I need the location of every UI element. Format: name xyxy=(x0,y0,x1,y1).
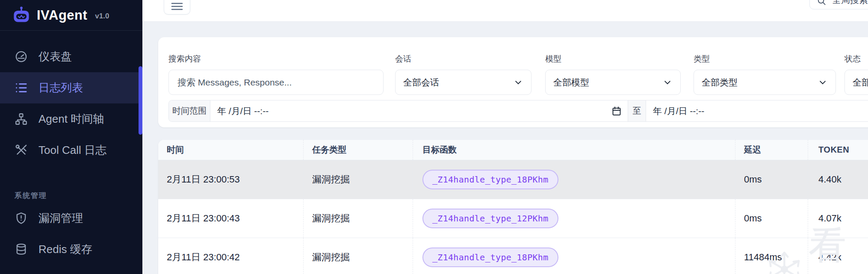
sidebar-scrollbar-thumb[interactable] xyxy=(139,66,142,135)
gauge-icon xyxy=(15,50,28,63)
topbar xyxy=(142,0,868,22)
sidebar-item-label: Redis 缓存 xyxy=(38,242,92,257)
app-version: v1.0 xyxy=(95,12,109,21)
sidebar-item-redis-cache[interactable]: Redis 缓存 xyxy=(0,234,142,265)
cell-token: 4.40k xyxy=(808,160,868,199)
hamburger-icon xyxy=(171,3,183,10)
session-select[interactable]: 全部会话 xyxy=(395,70,531,95)
search-content-input[interactable]: 搜索 Messages, Response... xyxy=(168,70,384,95)
app-logo: IVAgent v1.0 xyxy=(0,0,142,31)
sidebar-item-dashboard[interactable]: 仪表盘 xyxy=(0,41,142,72)
cell-latency: 0ms xyxy=(735,199,808,238)
filter-card: 搜索内容 会话 模型 类型 状态 搜索 Messages, Response..… xyxy=(158,37,868,127)
time-range-end-input[interactable]: 年 /月/日 --:-- xyxy=(646,100,868,121)
app-title: IVAgent xyxy=(37,8,87,23)
time-range-separator: 至 xyxy=(628,100,646,121)
sidebar-item-label: Tool Call 日志 xyxy=(38,143,106,158)
cell-token: 4.07k xyxy=(808,199,868,238)
cell-task-type: 漏洞挖掘 xyxy=(304,160,413,199)
sidebar-nav-system: 漏洞管理 Redis 缓存 xyxy=(0,203,142,265)
target-fn-badge[interactable]: _Z14handle_type_12PKhm xyxy=(422,209,558,228)
target-fn-badge[interactable]: _Z14handle_type_18PKhm xyxy=(422,247,558,267)
cell-latency: 11484ms xyxy=(735,238,808,274)
target-fn-badge[interactable]: _Z14handle_type_18PKhm xyxy=(422,170,558,189)
column-header-time[interactable]: 时间 xyxy=(158,140,304,160)
sidebar-nav: 仪表盘 日志列表 Agent 时间轴 xyxy=(0,41,142,166)
cell-target-fn: _Z14handle_type_18PKhm xyxy=(413,160,735,199)
sidebar-item-agent-timeline[interactable]: Agent 时间轴 xyxy=(0,103,142,135)
list-icon xyxy=(15,81,28,94)
search-content-label: 搜索内容 xyxy=(168,53,201,65)
cell-time: 2月11日 23:00:43 xyxy=(158,199,304,238)
sidebar-section-system: 系统管理 xyxy=(15,191,47,200)
sidebar-item-label: 日志列表 xyxy=(38,80,83,95)
time-range-group: 时间范围 年 /月/日 --:-- 至 年 /月/日 --:-- xyxy=(168,100,868,122)
status-label: 状态 xyxy=(844,53,861,65)
table-row[interactable]: 2月11日 23:00:53 漏洞挖掘 _Z14handle_type_18PK… xyxy=(158,160,868,199)
cell-task-type: 漏洞挖掘 xyxy=(304,199,413,238)
sidebar-item-log-list[interactable]: 日志列表 xyxy=(0,72,142,103)
column-header-task-type[interactable]: 任务类型 xyxy=(304,140,413,160)
column-header-target-fn[interactable]: 目标函数 xyxy=(413,140,735,160)
type-select[interactable]: 全部类型 xyxy=(694,70,836,95)
type-label: 类型 xyxy=(694,53,710,65)
search-icon xyxy=(817,0,827,6)
shield-alert-icon xyxy=(15,212,28,225)
column-header-token[interactable]: TOKEN xyxy=(808,140,868,160)
sidebar: IVAgent v1.0 仪表盘 日志列表 xyxy=(0,0,142,274)
time-range-start-input[interactable]: 年 /月/日 --:-- xyxy=(210,100,628,121)
cell-target-fn: _Z14handle_type_18PKhm xyxy=(413,238,735,274)
sidebar-item-vuln-management[interactable]: 漏洞管理 xyxy=(0,203,142,234)
table-row[interactable]: 2月11日 23:00:43 漏洞挖掘 _Z14handle_type_12PK… xyxy=(158,199,868,238)
robot-icon xyxy=(12,6,31,25)
search-content-placeholder: 搜索 Messages, Response... xyxy=(177,77,292,88)
model-select[interactable]: 全部模型 xyxy=(545,70,681,95)
sidebar-item-tool-call-logs[interactable]: Tool Call 日志 xyxy=(0,135,142,166)
column-header-latency[interactable]: 延迟 xyxy=(735,140,808,160)
model-label: 模型 xyxy=(545,53,561,65)
status-select[interactable]: 全部状态 xyxy=(844,70,868,95)
global-search-input[interactable]: 全局搜索日志... xyxy=(809,0,868,9)
table-row[interactable]: 2月11日 23:00:42 漏洞挖掘 _Z14handle_type_18PK… xyxy=(158,238,868,274)
app-window: 全局搜索日志... IVAgent v1.0 仪表盘 xyxy=(0,0,868,274)
sidebar-item-label: 仪表盘 xyxy=(38,49,72,64)
session-label: 会话 xyxy=(395,53,411,65)
table-header-row: 时间 任务类型 目标函数 延迟 TOKEN xyxy=(158,140,868,160)
sidebar-item-label: 漏洞管理 xyxy=(38,211,83,226)
cell-time: 2月11日 23:00:42 xyxy=(158,238,304,274)
cell-latency: 0ms xyxy=(735,160,808,199)
cell-token: 4.42k xyxy=(808,238,868,274)
time-range-label: 时间范围 xyxy=(169,100,210,121)
sidebar-toggle-button[interactable] xyxy=(164,0,190,15)
sidebar-item-label: Agent 时间轴 xyxy=(38,112,104,127)
cell-task-type: 漏洞挖掘 xyxy=(304,238,413,274)
global-search-placeholder: 全局搜索日志... xyxy=(832,0,868,6)
tools-icon xyxy=(15,144,28,157)
cell-target-fn: _Z14handle_type_12PKhm xyxy=(413,199,735,238)
cell-time: 2月11日 23:00:53 xyxy=(158,160,304,199)
chevron-down-icon xyxy=(514,78,523,87)
database-icon xyxy=(15,243,28,256)
calendar-icon[interactable] xyxy=(611,106,622,116)
chevron-down-icon xyxy=(818,78,827,87)
sitemap-icon xyxy=(15,112,28,126)
chevron-down-icon xyxy=(663,78,672,87)
log-table: 时间 任务类型 目标函数 延迟 TOKEN 2月11日 23:00:53 漏洞挖… xyxy=(158,140,868,274)
